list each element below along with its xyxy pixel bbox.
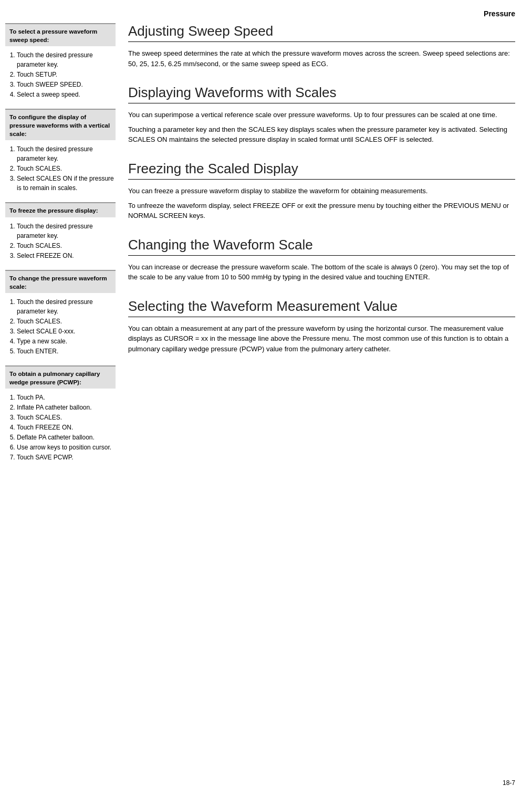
sidebar-steps-freeze-display: Touch the desired pressure parameter key… (5, 219, 116, 260)
list-item: Touch SETUP. (17, 70, 116, 79)
header-title: Pressure (484, 9, 515, 18)
section-body-adjusting-sweep-speed: The sweep speed determines the rate at w… (128, 48, 515, 69)
paragraph: To unfreeze the waveform display, select… (128, 201, 515, 221)
sidebar: To select a pressure waveform sweep spee… (0, 23, 116, 472)
page-footer: 18-7 (503, 779, 515, 787)
section-selecting-measurement-value: Selecting the Waveform Measurement Value… (128, 298, 515, 354)
section-title-adjusting-sweep-speed: Adjusting Sweep Speed (128, 23, 515, 42)
sidebar-steps-obtain-pcwp: Touch PA. Inflate PA catheter balloon. T… (5, 391, 116, 462)
sidebar-section-freeze-display: To freeze the pressure display: Touch th… (5, 202, 116, 260)
sidebar-box-obtain-pcwp: To obtain a pulmonary capillary wedge pr… (5, 365, 116, 389)
paragraph: Touching a parameter key and then the SC… (128, 124, 515, 145)
section-body-freezing-scaled-display: You can freeze a pressure waveform displ… (128, 186, 515, 221)
list-item: Touch ENTER. (17, 347, 116, 356)
sidebar-section-obtain-pcwp: To obtain a pulmonary capillary wedge pr… (5, 365, 116, 462)
section-title-changing-waveform-scale: Changing the Waveform Scale (128, 237, 515, 256)
paragraph: You can superimpose a vertical reference… (128, 110, 515, 120)
list-item: Touch SCALES. (17, 413, 116, 422)
sidebar-steps-select-waveform: Touch the desired pressure parameter key… (5, 48, 116, 99)
list-item: Touch the desired pressure parameter key… (17, 297, 116, 316)
list-item: Select SCALES ON if the pressure is to r… (17, 174, 116, 193)
sidebar-box-title-obtain-pcwp: To obtain a pulmonary capillary wedge pr… (9, 370, 111, 386)
section-changing-waveform-scale: Changing the Waveform Scale You can incr… (128, 237, 515, 282)
section-body-changing-waveform-scale: You can increase or decrease the pressur… (128, 262, 515, 282)
sidebar-steps-change-waveform: Touch the desired pressure parameter key… (5, 295, 116, 356)
list-item: Type a new scale. (17, 337, 116, 346)
sidebar-box-title-change-waveform: To change the pressure waveform scale: (9, 274, 111, 291)
page-header: Pressure (0, 0, 532, 18)
list-item: Touch SCALES. (17, 164, 116, 173)
section-title-selecting-measurement-value: Selecting the Waveform Measurement Value (128, 298, 515, 317)
list-item: Touch PA. (17, 393, 116, 402)
list-item: Touch the desired pressure parameter key… (17, 144, 116, 163)
sidebar-section-change-waveform: To change the pressure waveform scale: T… (5, 270, 116, 356)
sidebar-box-select-waveform: To select a pressure waveform sweep spee… (5, 23, 116, 46)
section-body-displaying-waveforms: You can superimpose a vertical reference… (128, 110, 515, 145)
section-freezing-scaled-display: Freezing the Scaled Display You can free… (128, 161, 515, 221)
list-item: Inflate PA catheter balloon. (17, 403, 116, 412)
sidebar-box-title-freeze-display: To freeze the pressure display: (9, 206, 111, 215)
sidebar-box-change-waveform: To change the pressure waveform scale: (5, 270, 116, 293)
sidebar-section-select-waveform: To select a pressure waveform sweep spee… (5, 23, 116, 99)
list-item: Use arrow keys to position cursor. (17, 443, 116, 452)
list-item: Touch FREEZE ON. (17, 423, 116, 432)
sidebar-box-freeze-display: To freeze the pressure display: (5, 202, 116, 217)
list-item: Touch the desired pressure parameter key… (17, 222, 116, 240)
paragraph: The sweep speed determines the rate at w… (128, 48, 515, 69)
sidebar-box-title-select-waveform: To select a pressure waveform sweep spee… (9, 27, 111, 44)
list-item: Select a sweep speed. (17, 90, 116, 99)
list-item: Touch SAVE PCWP. (17, 453, 116, 462)
page-number: 18-7 (503, 779, 515, 787)
paragraph: You can freeze a pressure waveform displ… (128, 186, 515, 196)
sidebar-box-configure-display: To configure the display of pressure wav… (5, 109, 116, 140)
section-adjusting-sweep-speed: Adjusting Sweep Speed The sweep speed de… (128, 23, 515, 69)
list-item: Touch SCALES. (17, 241, 116, 250)
section-title-freezing-scaled-display: Freezing the Scaled Display (128, 161, 515, 180)
sidebar-steps-configure-display: Touch the desired pressure parameter key… (5, 142, 116, 193)
list-item: Touch the desired pressure parameter key… (17, 50, 116, 69)
section-title-displaying-waveforms: Displaying Waveforms with Scales (128, 85, 515, 103)
list-item: Touch SWEEP SPEED. (17, 80, 116, 89)
sidebar-section-configure-display: To configure the display of pressure wav… (5, 109, 116, 193)
section-body-selecting-measurement-value: You can obtain a measurement at any part… (128, 323, 515, 354)
list-item: Touch SCALES. (17, 317, 116, 326)
list-item: Deflate PA catheter balloon. (17, 433, 116, 442)
main-content: Adjusting Sweep Speed The sweep speed de… (116, 23, 532, 472)
section-displaying-waveforms: Displaying Waveforms with Scales You can… (128, 85, 515, 145)
paragraph: You can obtain a measurement at any part… (128, 323, 515, 354)
list-item: Select FREEZE ON. (17, 251, 116, 260)
sidebar-box-title-configure-display: To configure the display of pressure wav… (9, 113, 111, 138)
paragraph: You can increase or decrease the pressur… (128, 262, 515, 282)
list-item: Select SCALE 0-xxx. (17, 327, 116, 336)
